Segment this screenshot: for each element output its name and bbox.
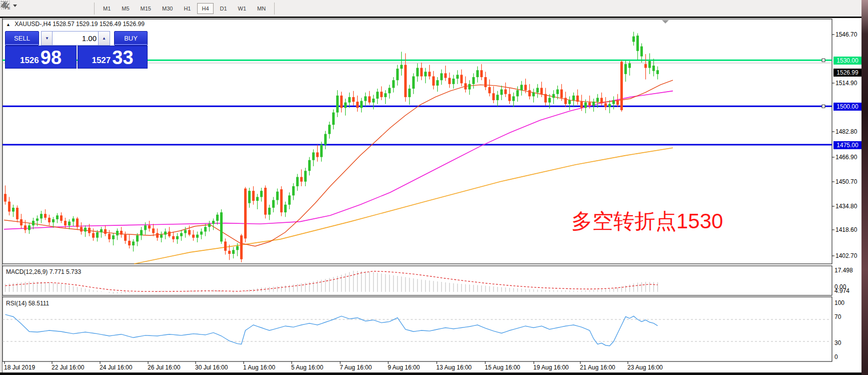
ask-price-small: 1527 (92, 56, 111, 66)
line-handle (822, 105, 825, 108)
chart-shift-marker (662, 20, 669, 24)
bid-price-small: 1526 (20, 56, 39, 66)
objects-arrow-icon[interactable] (70, 3, 91, 15)
timeframe-buttons: M1M5M15M30H1H4D1W1MN (98, 3, 271, 14)
indicator-scale-label: 0 (834, 353, 838, 360)
time-axis-label: 5 Aug 16:00 (291, 364, 323, 371)
price-axis-label: 1482.80 (835, 128, 857, 135)
bid-price-box[interactable]: 1526 98 (5, 46, 77, 69)
window-left-edge (0, 18, 3, 372)
time-axis-label: 15 Aug 16:00 (485, 364, 520, 371)
ohlc-readout: 1528.57 1529.19 1526.49 1526.99 (53, 21, 145, 28)
indicator-scale-label: 100 (834, 299, 844, 306)
timeframe-h4[interactable]: H4 (197, 3, 213, 14)
toolbar-separator (274, 3, 275, 15)
price-axis-label: 1514.90 (835, 80, 857, 87)
time-axis-label: 26 Jul 16:00 (148, 364, 180, 371)
toolbar: E F A T M1M5M15M30H1H4D1W1MN (0, 0, 861, 18)
time-axis-label: 13 Aug 16:00 (436, 364, 472, 371)
macd-indicator-label: MACD(12,26,9) 7.771 5.733 (6, 268, 81, 275)
time-axis-label: 23 Aug 16:00 (627, 364, 663, 371)
indicator-scale-label: 70 (834, 313, 841, 320)
timeframe-m5[interactable]: M5 (117, 3, 134, 14)
window-edge-strip (861, 0, 868, 375)
time-axis-label: 7 Aug 16:00 (340, 364, 372, 371)
price-axis-label: 1546.70 (835, 31, 857, 38)
time-axis-label: 30 Jul 16:00 (195, 364, 228, 371)
text-box-icon[interactable]: T (53, 3, 68, 15)
time-axis-label: 9 Aug 16:00 (388, 364, 420, 371)
macd-panel (3, 266, 832, 295)
time-axis-label: 22 Jul 16:00 (52, 364, 84, 371)
svg-text:E: E (8, 7, 11, 10)
time-axis-label: 21 Aug 16:00 (580, 364, 615, 371)
symbol-title: XAUUSD-,H4 (15, 21, 51, 28)
grid-f-icon[interactable]: F (19, 3, 34, 15)
timeframe-m1[interactable]: M1 (99, 3, 115, 14)
price-axis-label: 1418.60 (835, 226, 857, 233)
indicator-scale-label: 30 (834, 339, 841, 346)
indicators-crosshair-icon[interactable]: E (2, 3, 17, 15)
collapse-triangle-icon[interactable]: ▲ (6, 22, 11, 27)
volume-decrease-button[interactable]: ▼ (41, 31, 53, 46)
sell-button[interactable]: SELL (5, 31, 39, 46)
ask-price-box[interactable]: 1527 33 (78, 46, 148, 69)
price-axis-label: 1450.70 (835, 178, 857, 185)
price-axis-label: 1434.80 (835, 203, 857, 210)
ask-price-big: 33 (112, 48, 133, 68)
one-click-trading-panel: SELL ▼ ▲ BUY 1526 98 1527 33 (4, 29, 148, 68)
timeframe-m15[interactable]: M15 (136, 3, 156, 14)
toolbar-separator (94, 3, 95, 15)
text-label-icon[interactable]: A (36, 3, 51, 15)
price-line-label: 1526.99 (833, 69, 861, 77)
buy-button[interactable]: BUY (114, 31, 148, 46)
price-line-label: 1500.00 (833, 103, 861, 111)
rsi-panel (3, 297, 832, 361)
line-handle (822, 59, 825, 62)
price-axis-label: 1402.70 (835, 252, 857, 259)
indicator-scale-label: 4.974 (834, 287, 849, 294)
bid-price-big: 98 (41, 48, 62, 68)
volume-increase-button[interactable]: ▲ (98, 31, 110, 46)
time-axis-label: 24 Jul 16:00 (100, 364, 132, 371)
rsi-indicator-label: RSI(14) 58.5111 (6, 300, 49, 307)
price-line-label: 1475.00 (833, 141, 861, 149)
time-axis-label: 18 Jul 2019 (4, 364, 35, 371)
price-line-label: 1530.00 (833, 57, 861, 65)
time-axis-label: 19 Aug 16:00 (533, 364, 569, 371)
timeframe-m30[interactable]: M30 (158, 3, 177, 14)
price-axis-label: 1466.90 (835, 154, 857, 161)
timeframe-w1[interactable]: W1 (234, 3, 251, 14)
chart-header[interactable]: ▲ XAUUSD-,H4 1528.57 1529.19 1526.49 152… (6, 21, 145, 28)
time-axis-label: 1 Aug 16:00 (243, 364, 275, 371)
volume-input[interactable] (52, 31, 99, 46)
chart-annotation-text: 多空转折点1530 (571, 207, 723, 235)
timeframe-h1[interactable]: H1 (179, 3, 195, 14)
timeframe-mn[interactable]: MN (253, 3, 270, 14)
window-bottom-strip (0, 372, 861, 375)
indicator-scale-label: 17.498 (834, 267, 853, 274)
timeframe-d1[interactable]: D1 (216, 3, 232, 14)
